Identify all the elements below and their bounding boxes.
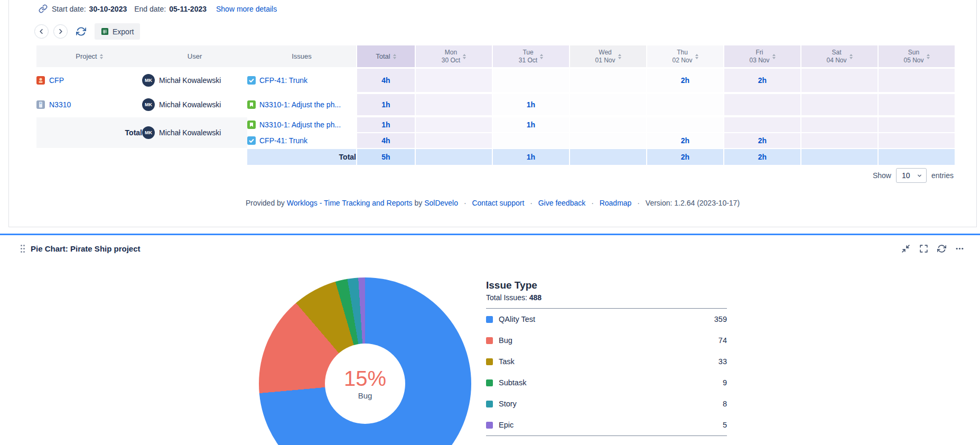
legend-item[interactable]: Epic 5 bbox=[486, 414, 727, 435]
col-header-sun[interactable]: Sun05 Nov bbox=[878, 45, 955, 69]
table-row: N3310 MK Michał Kowalewski N3310-1: Adju… bbox=[36, 94, 955, 117]
user-name: Michał Kowalewski bbox=[159, 76, 221, 85]
legend-swatch bbox=[486, 337, 493, 344]
day-cell bbox=[800, 117, 878, 133]
link-icon bbox=[39, 4, 48, 13]
fullscreen-icon bbox=[919, 244, 928, 253]
legend-total: Total Issues: 488 bbox=[486, 293, 727, 302]
roadmap-link[interactable]: Roadmap bbox=[600, 199, 632, 207]
pie-chart-panel: Pie Chart: Pirate Ship project 15% Bug I… bbox=[0, 234, 980, 445]
day-cell bbox=[723, 94, 800, 117]
user-name: Michał Kowalewski bbox=[159, 100, 221, 109]
day-cell bbox=[415, 69, 492, 94]
day-cell bbox=[878, 94, 955, 117]
table-row-total-group: Total MK Michał Kowalewski N3310-1: Adju… bbox=[36, 117, 955, 133]
col-header-tue[interactable]: Tue31 Oct bbox=[492, 45, 569, 69]
show-label: Show bbox=[873, 171, 891, 180]
next-period-button[interactable] bbox=[53, 24, 68, 39]
page-size-select[interactable]: 10 bbox=[896, 168, 927, 183]
day-cell bbox=[646, 117, 723, 133]
worklogs-gadget: Start date: 30-10-2023 End date: 05-11-2… bbox=[8, 0, 977, 227]
pie-chart[interactable]: 15% Bug bbox=[259, 277, 471, 445]
sort-icon bbox=[695, 54, 698, 59]
grand-total-label: Total bbox=[247, 149, 356, 165]
refresh-icon bbox=[76, 26, 86, 36]
day-cell: 2h bbox=[646, 69, 723, 94]
col-header-sat[interactable]: Sat04 Nov bbox=[800, 45, 878, 69]
chevron-left-icon bbox=[38, 27, 45, 35]
export-button[interactable]: Export bbox=[95, 23, 140, 40]
day-cell bbox=[415, 133, 492, 149]
collapse-icon bbox=[901, 244, 910, 253]
pie-center-percent: 15% bbox=[344, 367, 386, 390]
show-more-details-link[interactable]: Show more details bbox=[216, 5, 277, 13]
issue-link[interactable]: CFP-41: Trunk bbox=[259, 136, 307, 145]
story-issue-icon bbox=[247, 120, 256, 129]
project-avatar-n3310 bbox=[36, 100, 45, 109]
prev-period-button[interactable] bbox=[34, 24, 49, 39]
col-header-wed[interactable]: Wed01 Nov bbox=[569, 45, 646, 69]
col-header-user: User bbox=[142, 45, 247, 69]
legend-item[interactable]: Bug 74 bbox=[486, 330, 727, 351]
day-cell bbox=[878, 117, 955, 133]
sort-icon bbox=[850, 54, 853, 59]
day-cell: 1h bbox=[492, 117, 569, 133]
day-cell: 2h bbox=[646, 149, 723, 165]
issue-link[interactable]: N3310-1: Adjust the ph... bbox=[259, 120, 341, 129]
grand-total-cell: 5h bbox=[356, 149, 415, 165]
total-issues-value: 488 bbox=[529, 293, 542, 302]
legend-label: Subtask bbox=[499, 378, 526, 387]
legend-value: 8 bbox=[723, 400, 727, 408]
day-cell bbox=[878, 133, 955, 149]
end-date-value: 05-11-2023 bbox=[169, 5, 207, 13]
legend-item[interactable]: QAlity Test 359 bbox=[486, 309, 727, 330]
start-date-label: Start date: bbox=[52, 5, 86, 13]
issue-link[interactable]: N3310-1: Adjust the ph... bbox=[259, 100, 341, 109]
drag-handle-icon[interactable] bbox=[20, 244, 25, 253]
story-issue-icon bbox=[247, 100, 256, 109]
col-header-total[interactable]: Total bbox=[356, 45, 415, 69]
refresh-button[interactable] bbox=[76, 26, 86, 36]
give-feedback-link[interactable]: Give feedback bbox=[538, 199, 586, 207]
total-cell: 4h bbox=[356, 69, 415, 94]
col-header-mon[interactable]: Mon30 Oct bbox=[415, 45, 492, 69]
legend-item[interactable]: Story 8 bbox=[486, 393, 727, 414]
legend-item[interactable]: Subtask 9 bbox=[486, 372, 727, 393]
project-link[interactable]: CFP bbox=[49, 76, 64, 85]
contact-support-link[interactable]: Contact support bbox=[472, 199, 524, 207]
project-link[interactable]: N3310 bbox=[49, 100, 71, 109]
legend-item[interactable]: Task 33 bbox=[486, 351, 727, 372]
col-header-issues: Issues bbox=[247, 45, 356, 69]
day-cell bbox=[723, 117, 800, 133]
col-header-thu[interactable]: Thu02 Nov bbox=[646, 45, 723, 69]
day-cell bbox=[800, 149, 878, 165]
table-row-grand-total: Total 5h 1h 2h 2h bbox=[36, 149, 955, 165]
worklog-table: Project User Issues Total Mon30 Oct Tue3… bbox=[36, 45, 955, 165]
more-options-button[interactable] bbox=[955, 244, 964, 253]
legend-swatch bbox=[486, 422, 493, 429]
legend-label: Story bbox=[499, 400, 517, 408]
issue-link[interactable]: CFP-41: Trunk bbox=[259, 76, 307, 85]
fullscreen-button[interactable] bbox=[919, 244, 928, 253]
user-avatar: MK bbox=[142, 74, 155, 87]
day-cell bbox=[878, 149, 955, 165]
sort-icon bbox=[100, 54, 103, 59]
panel-refresh-button[interactable] bbox=[937, 244, 946, 253]
sort-icon bbox=[540, 54, 543, 59]
pie-center: 15% Bug bbox=[325, 344, 405, 424]
legend-swatch bbox=[486, 379, 493, 386]
task-issue-icon bbox=[247, 76, 256, 85]
vendor-link[interactable]: SolDevelo bbox=[424, 199, 458, 207]
col-header-fri[interactable]: Fri03 Nov bbox=[723, 45, 800, 69]
sort-icon bbox=[618, 54, 621, 59]
worklogs-app-link[interactable]: Worklogs - Time Tracking and Reports bbox=[287, 199, 413, 207]
task-issue-icon bbox=[247, 136, 256, 145]
day-cell bbox=[569, 133, 646, 149]
sort-icon bbox=[393, 54, 396, 59]
legend-value: 9 bbox=[723, 378, 727, 387]
day-cell bbox=[415, 117, 492, 133]
chevron-right-icon bbox=[57, 27, 64, 35]
col-header-project[interactable]: Project bbox=[36, 45, 142, 69]
day-cell bbox=[492, 133, 569, 149]
collapse-button[interactable] bbox=[901, 244, 910, 253]
